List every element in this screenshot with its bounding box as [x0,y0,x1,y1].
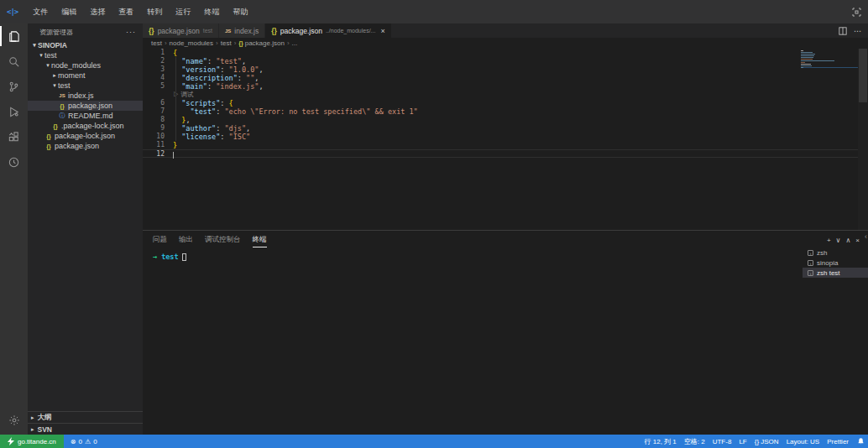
tab-package-json-test[interactable]: {}package.jsontest [143,23,219,38]
status-language-mode[interactable]: {} JSON [755,438,779,445]
more-actions-icon[interactable]: ⋯ [854,27,861,35]
code-line[interactable]: 6 "scripts": { [143,99,868,107]
close-panel-icon[interactable]: × [855,237,860,244]
settings-gear-icon[interactable] [0,409,28,431]
terminal-list-label: zsh test [817,269,840,277]
menu-item-terminal[interactable]: 终端 [197,4,226,20]
breadcrumb-item[interactable]: test [221,39,232,47]
tree-item-label: index.js [68,91,94,100]
tree-item-package-json-inner[interactable]: {}package.json [28,101,143,111]
minimap-line [801,54,815,55]
code-line[interactable]: 7 "test": "echo \"Error: no test specifi… [143,107,868,116]
app-logo-icon: <|> [7,8,18,16]
remote-indicator[interactable]: go.titande.cn [0,435,64,448]
code-line[interactable]: 3 "version": "1.0.0", [143,65,868,74]
run-debug-icon[interactable] [0,99,28,124]
panel-tab-debug-console[interactable]: 调试控制台 [205,235,241,247]
tree-item-index-js[interactable]: JSindex.js [28,91,143,101]
tree-item-moment[interactable]: ▸moment [28,70,143,81]
tree-item-test-inner[interactable]: ▾test [28,81,143,91]
status-cursor-position[interactable]: 行 12, 列 1 [645,437,677,446]
source-control-icon[interactable] [0,74,28,99]
editor-scrollbar[interactable] [858,49,868,230]
code-line[interactable]: 8 }, [143,116,868,124]
tree-item-label: node_modules [51,61,101,70]
split-editor-icon[interactable] [839,23,847,39]
clock-icon[interactable] [0,149,28,175]
tree-item-test[interactable]: ▾test [28,50,143,60]
code-lines: 1{2 "name": "test",3 "version": "1.0.0",… [143,49,868,158]
codelens-debug-link[interactable]: ▷ 调试 [165,91,194,99]
tree-item-readme-md[interactable]: ⓘREADME.md [28,111,143,121]
tab-index-js[interactable]: JSindex.js [219,23,265,38]
minimap-line [801,55,814,56]
tab-label: package.json [158,27,200,35]
minimap[interactable] [801,50,856,72]
menu-item-file[interactable]: 文件 [26,4,55,20]
code-line[interactable]: 4 "description": "", [143,74,868,82]
section-outline[interactable]: ▸大纲 [28,411,143,423]
status-indentation[interactable]: 空格: 2 [684,437,705,446]
menu-item-help[interactable]: 帮助 [226,4,254,20]
tree-item-node-modules[interactable]: ▾node_modules [28,60,143,70]
sidebar-explorer: 资源管理器 ··· ▾SINOPIA▾test▾node_modules▸mom… [28,23,143,435]
terminal-output[interactable]: →test [143,247,803,435]
code-line[interactable]: 11} [143,141,868,149]
code-line[interactable]: 12 [143,149,868,158]
code-editor[interactable]: 1{2 "name": "test",3 "version": "1.0.0",… [143,49,868,230]
close-icon[interactable]: × [380,27,384,35]
search-icon[interactable] [0,49,28,74]
status-layout[interactable]: Layout: US [787,438,820,445]
token [173,124,181,133]
customize-layout-icon[interactable] [852,8,861,17]
explorer-more-actions-icon[interactable]: ··· [126,28,136,36]
token: "djs" [224,124,246,133]
collapse-chevron-icon[interactable]: ‹ [865,232,867,241]
editor-column: {}package.jsontestJSindex.js{}package.js… [143,23,868,435]
menu-item-selection[interactable]: 选择 [83,4,112,20]
chevron-down-icon: ▾ [51,82,58,89]
menu-item-edit[interactable]: 编辑 [55,4,83,20]
panel-side: +∨∧× ›zsh›sinopia›zsh test [803,231,868,435]
status-eol[interactable]: LF [739,438,746,445]
tree-item-package-lock[interactable]: {}package-lock.json [28,131,143,141]
menu-item-go[interactable]: 转到 [140,4,169,20]
maximize-panel-icon[interactable]: ∧ [845,237,850,244]
breadcrumb-item[interactable]: test [151,39,162,47]
line-number: 3 [143,65,165,74]
status-encoding[interactable]: UTF-8 [713,438,732,445]
code-line[interactable]: 5 "main": "index.js", [143,82,868,91]
launch-profile-icon[interactable]: ∨ [836,237,841,244]
extensions-icon[interactable] [0,124,28,149]
terminal-list-item-zsh-1[interactable]: ›zsh [803,247,868,258]
notifications-bell-icon[interactable] [854,437,868,445]
tree-item-sinopia[interactable]: ▾SINOPIA [28,40,143,50]
breadcrumb-item[interactable]: ... [292,39,298,47]
minimap-line [801,59,813,60]
tree-item-package-json[interactable]: {}package.json [28,141,143,151]
token: "1.0.0" [229,65,259,74]
terminal-cursor [182,253,186,261]
panel-tab-output[interactable]: 输出 [179,235,193,247]
code-line[interactable]: 10 "license": "ISC" [143,133,868,141]
panel-tab-problems[interactable]: 问题 [153,235,167,247]
line-number: 5 [143,82,165,91]
tab-package-json-node-modules[interactable]: {}package.json../node_modules/...× [265,23,392,38]
menu-item-run[interactable]: 运行 [169,4,197,20]
panel-tab-terminal[interactable]: 终端 [253,235,267,247]
breadcrumb-item[interactable]: {} package.json [238,39,285,47]
breadcrumb-item[interactable]: node_modules [170,39,213,47]
terminal-list-item-sinopia[interactable]: ›sinopia [803,258,868,268]
status-formatter[interactable]: Prettier [827,438,849,445]
menu-item-view[interactable]: 查看 [112,4,140,20]
problems-status[interactable]: ⊗ 0 ⚠ 0 [64,438,104,445]
code-line[interactable]: 2 "name": "test", [143,57,868,65]
terminal-list-item-zsh-test[interactable]: ›zsh test [803,268,868,278]
code-line[interactable]: 1{ [143,49,868,57]
new-terminal-icon[interactable]: + [827,237,831,244]
section-svn[interactable]: ▸SVN [28,423,143,435]
explorer-icon[interactable] [0,23,28,49]
tree-item-dot-package-lock[interactable]: {}.package-lock.json [28,121,143,131]
token [173,133,181,141]
code-line[interactable]: 9 "author": "djs", [143,124,868,133]
